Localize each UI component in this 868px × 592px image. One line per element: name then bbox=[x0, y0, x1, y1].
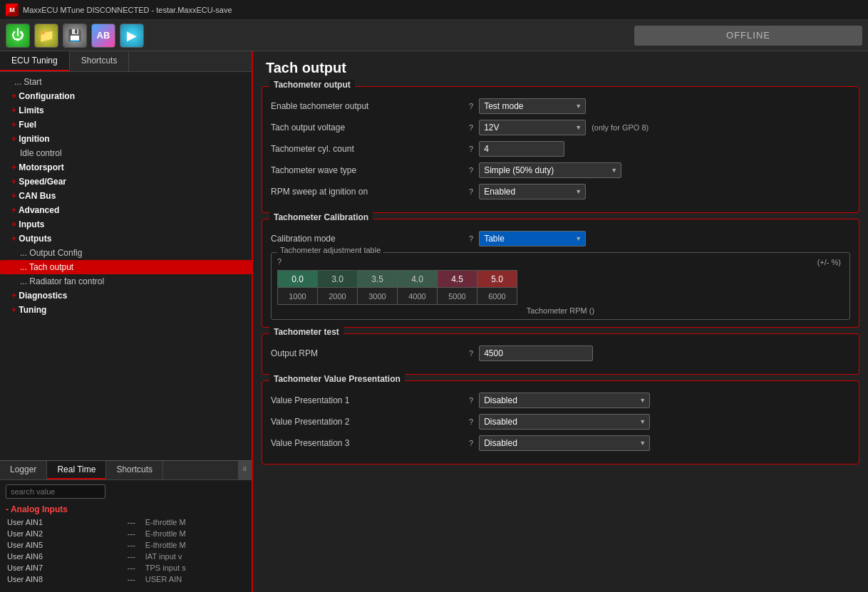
play-icon: ▶ bbox=[127, 28, 137, 43]
label-rpm-sweep: RPM sweep at ignition on bbox=[271, 187, 463, 197]
input-output-rpm[interactable] bbox=[479, 346, 593, 361]
select-wave-type[interactable]: Simple (50% duty) Advanced bbox=[479, 162, 621, 178]
field-cyl-count: Tachometer cyl. count ? bbox=[271, 141, 850, 157]
field-wave-type: Tachometer wave type ? Simple (50% duty)… bbox=[271, 162, 850, 178]
select-calibration-mode[interactable]: Off Table Manual bbox=[479, 231, 586, 246]
section-title-calibration: Tachometer Calibration bbox=[269, 212, 373, 222]
ain2-label: User AIN2 bbox=[1, 529, 102, 539]
sidebar-item-inputs[interactable]: Inputs bbox=[0, 217, 252, 232]
help-output-rpm[interactable]: ? bbox=[469, 349, 473, 358]
control-calibration-mode: Off Table Manual bbox=[479, 231, 586, 246]
help-wave-type[interactable]: ? bbox=[469, 166, 473, 175]
sidebar-item-motorsport[interactable]: Motorsport bbox=[0, 160, 252, 175]
play-button[interactable]: ▶ bbox=[120, 24, 144, 48]
adj-cell-2[interactable]: 3.5 bbox=[358, 271, 398, 288]
help-vp3[interactable]: ? bbox=[469, 439, 473, 447]
ain8-desc: USER AIN bbox=[140, 574, 250, 584]
cal-percent-label: (+/- %) bbox=[817, 258, 844, 266]
tab-logger[interactable]: Logger bbox=[0, 461, 47, 479]
field-vp2: Value Presentation 2 ? Disabled bbox=[271, 414, 850, 430]
help-vp1[interactable]: ? bbox=[469, 396, 473, 405]
label-calibration-mode: Calibration mode bbox=[271, 234, 463, 244]
cal-table-title: Tachometer adjustment table bbox=[277, 246, 383, 254]
section-title-value-presentation: Tachometer Value Presentation bbox=[269, 374, 405, 384]
cal-table-help[interactable]: ? bbox=[277, 257, 281, 266]
help-rpm-sweep[interactable]: ? bbox=[469, 187, 473, 196]
green-button[interactable]: ⏻ bbox=[6, 24, 30, 48]
ain2-value: --- bbox=[103, 529, 138, 539]
sidebar-item-limits[interactable]: Limits bbox=[0, 103, 252, 118]
select-enable-tach[interactable]: Disabled Enabled Test mode bbox=[479, 98, 586, 114]
help-cyl-count[interactable]: ? bbox=[469, 145, 473, 153]
control-output-rpm bbox=[479, 346, 593, 361]
sidebar-item-diagnostics[interactable]: Diagnostics bbox=[0, 289, 252, 303]
label-wave-type: Tachometer wave type bbox=[271, 165, 463, 175]
tab-shortcuts-bottom[interactable]: Shortcuts bbox=[106, 461, 163, 479]
adj-cell-3[interactable]: 4.0 bbox=[398, 271, 438, 288]
control-tach-voltage: 5V 12V (only for GPO 8) bbox=[479, 120, 649, 135]
field-vp3: Value Presentation 3 ? Disabled bbox=[271, 435, 850, 451]
select-vp2[interactable]: Disabled bbox=[479, 414, 650, 430]
sidebar-item-idle-control[interactable]: Idle control bbox=[0, 146, 252, 160]
sidebar-item-fuel[interactable]: Fuel bbox=[0, 118, 252, 132]
control-vp2: Disabled bbox=[479, 414, 650, 430]
sidebar-tabs: ECU Tuning Shortcuts bbox=[0, 51, 252, 72]
field-calibration-mode: Calibration mode ? Off Table Manual bbox=[271, 231, 850, 246]
label-vp1: Value Presentation 1 bbox=[271, 395, 463, 405]
section-tachometer-calibration: Tachometer Calibration Calibration mode … bbox=[262, 219, 859, 328]
adj-cell-1[interactable]: 3.0 bbox=[318, 271, 358, 288]
rpm-6000: 6000 bbox=[477, 288, 517, 305]
adj-cell-4[interactable]: 4.5 bbox=[438, 271, 477, 288]
help-tach-voltage[interactable]: ? bbox=[469, 123, 473, 132]
label-tach-voltage: Tach output voltage bbox=[271, 123, 463, 133]
offline-indicator: OFFLINE bbox=[634, 26, 862, 46]
sidebar-item-ignition[interactable]: Ignition bbox=[0, 132, 252, 146]
adj-table: 0.0 3.0 3.5 4.0 4.5 5.0 1000 2000 3000 4… bbox=[277, 270, 517, 305]
realtime-table: User AIN1 --- E-throttle M User AIN2 ---… bbox=[0, 516, 252, 586]
ain1-value: --- bbox=[103, 517, 138, 527]
help-enable-tach[interactable]: ? bbox=[469, 102, 473, 110]
help-vp2[interactable]: ? bbox=[469, 417, 473, 426]
label-vp3: Value Presentation 3 bbox=[271, 438, 463, 448]
ain6-label: User AIN6 bbox=[1, 551, 102, 561]
help-calibration-mode[interactable]: ? bbox=[469, 234, 473, 243]
select-rpm-sweep[interactable]: Disabled Enabled bbox=[479, 184, 586, 199]
tab-realtime[interactable]: Real Time bbox=[47, 461, 106, 479]
tab-shortcuts[interactable]: Shortcuts bbox=[70, 51, 130, 71]
ain5-label: User AIN5 bbox=[1, 540, 102, 550]
folder-button[interactable]: 📁 bbox=[34, 24, 58, 48]
sidebar-nav: ... Start Configuration Limits Fuel Igni… bbox=[0, 72, 252, 460]
table-row: User AIN6 --- IAT input v bbox=[1, 551, 250, 561]
ain7-value: --- bbox=[103, 563, 138, 573]
sidebar-item-can-bus[interactable]: CAN Bus bbox=[0, 189, 252, 203]
adj-cell-0[interactable]: 0.0 bbox=[278, 271, 318, 288]
tab-ecu-tuning[interactable]: ECU Tuning bbox=[0, 51, 70, 71]
note-tach-voltage: (only for GPO 8) bbox=[591, 123, 649, 132]
select-wrap-vp3: Disabled bbox=[479, 435, 650, 451]
sidebar-item-outputs[interactable]: Outputs bbox=[0, 232, 252, 246]
select-vp3[interactable]: Disabled bbox=[479, 435, 650, 451]
sidebar-item-output-config[interactable]: ... Output Config bbox=[0, 246, 252, 260]
search-input[interactable] bbox=[6, 484, 105, 499]
ain1-label: User AIN1 bbox=[1, 517, 102, 527]
rpm-4000: 4000 bbox=[398, 288, 438, 305]
select-wrap-calibration-mode: Off Table Manual bbox=[479, 231, 586, 246]
sidebar-item-advanced[interactable]: Advanced bbox=[0, 203, 252, 217]
ab-button[interactable]: AB bbox=[91, 24, 115, 48]
input-cyl-count[interactable] bbox=[479, 141, 564, 157]
select-tach-voltage[interactable]: 5V 12V bbox=[479, 120, 586, 135]
table-row: User AIN8 --- USER AIN bbox=[1, 574, 250, 584]
content-area: Tach output Tachometer output Enable tac… bbox=[253, 51, 868, 592]
control-rpm-sweep: Disabled Enabled bbox=[479, 184, 586, 199]
select-vp1[interactable]: Disabled bbox=[479, 393, 650, 408]
sidebar-item-configuration[interactable]: Configuration bbox=[0, 89, 252, 103]
sidebar-item-tach-output[interactable]: ... Tach output bbox=[0, 260, 252, 274]
sidebar: ECU Tuning Shortcuts ... Start Configura… bbox=[0, 51, 253, 592]
save-button[interactable]: 💾 bbox=[63, 24, 87, 48]
sidebar-item-speed-gear[interactable]: Speed/Gear bbox=[0, 175, 252, 189]
section-title-tachometer-output: Tachometer output bbox=[269, 80, 355, 90]
adj-cell-5[interactable]: 5.0 bbox=[477, 271, 517, 288]
sidebar-item-radiator-fan[interactable]: ... Radiator fan control bbox=[0, 274, 252, 289]
sidebar-item-start[interactable]: ... Start bbox=[0, 75, 252, 89]
sidebar-item-tuning[interactable]: Tuning bbox=[0, 303, 252, 317]
